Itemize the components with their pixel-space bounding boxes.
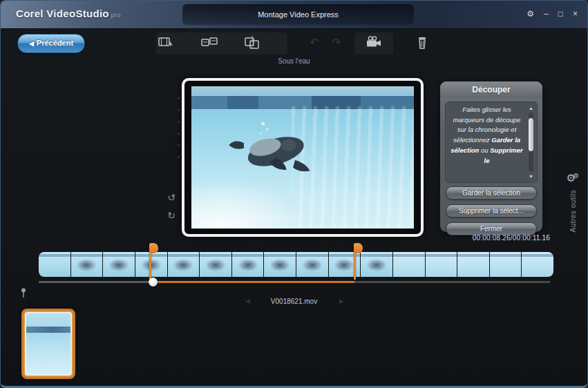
trim-panel-buttons: Garder la sélectionSupprimer la sélect..… (446, 186, 537, 235)
instruction-text-or: ou (479, 146, 490, 154)
filmstrip-frame[interactable] (426, 252, 457, 277)
back-button[interactable]: ◀Précédent (17, 34, 85, 53)
clip-thumbnail-image (25, 312, 72, 376)
filmstrip-frame[interactable] (296, 252, 328, 277)
titlebar: Corel VideoStudiopro Montage Video Expre… (1, 1, 587, 29)
thumbnail-waterline-graphic (26, 327, 70, 333)
trim-marker-end-flag[interactable] (354, 243, 363, 253)
trim-marker-end[interactable] (354, 244, 356, 280)
delete-selection-button[interactable]: Supprimer la sélect... (446, 204, 537, 217)
other-tools-label: Autres outils (569, 190, 577, 233)
filmstrip-frame[interactable] (103, 252, 135, 277)
close-button[interactable]: × (573, 8, 578, 20)
delete-clip-icon[interactable] (412, 35, 432, 52)
swimmer-graphic (222, 117, 330, 182)
filmstrip-frame[interactable] (522, 252, 553, 277)
trim-video-icon[interactable] (157, 35, 176, 52)
pin-icon[interactable] (19, 287, 28, 298)
filmstrip-frame[interactable] (39, 252, 70, 277)
scrubber-track-left[interactable] (39, 281, 152, 283)
undo-icon[interactable]: ↶ (305, 36, 324, 54)
redo-icon[interactable]: ↷ (327, 36, 346, 54)
filmstrip-frame[interactable] (264, 252, 296, 277)
scrubber-selection[interactable] (152, 281, 354, 283)
clip-title: Sous l'eau (1, 57, 587, 65)
filmstrip-frame[interactable] (490, 252, 522, 277)
app-window: Corel VideoStudiopro Montage Video Expre… (0, 0, 588, 388)
window-controls: ⚙ – □ × (527, 8, 578, 20)
preview-dots (178, 97, 180, 158)
mode-title: Montage Video Express (258, 10, 339, 19)
other-tools-button[interactable]: ⚙⚙ Autres outils (564, 172, 582, 235)
dot (178, 109, 180, 111)
trim-instructions: Faites glisser les marqueurs de découpe … (449, 105, 524, 181)
instruction-bold-delete: Supprimer le (484, 146, 523, 164)
rotate-left-icon[interactable]: ↺ (165, 191, 178, 204)
keep-selection-button[interactable]: Garder la sélection (446, 186, 537, 200)
export-camcorder-icon[interactable] (364, 35, 383, 52)
trim-panel: Découper Faites glisser les marqueurs de… (440, 81, 542, 232)
clip-filename: V0018621.mov (1, 298, 587, 305)
back-chevron-icon: ◀ (29, 40, 34, 47)
dot (178, 121, 180, 123)
instructions-scrollbar[interactable]: ▲ ▼ (527, 105, 535, 180)
trim-instructions-box: Faites glisser les marqueurs de découpe … (445, 101, 538, 183)
mode-tab: Montage Video Express (182, 4, 414, 25)
app-logo: Corel VideoStudiopro (16, 8, 121, 19)
filmstrip-frame[interactable] (232, 252, 264, 277)
dot (178, 97, 180, 99)
video-preview (191, 86, 414, 229)
filmstrip-frame[interactable] (361, 252, 392, 277)
scrubber-track-right[interactable] (354, 281, 550, 283)
filmstrip-frame[interactable] (457, 252, 489, 277)
filmstrip-frame[interactable] (71, 252, 103, 277)
trim-marker-start-flag[interactable] (149, 243, 158, 253)
settings-gear-icon[interactable]: ⚙ (527, 8, 534, 20)
scrollbar-track[interactable] (529, 113, 533, 172)
rotate-right-icon[interactable]: ↻ (165, 209, 178, 222)
froth-graphic (191, 176, 314, 229)
split-clip-icon[interactable] (243, 35, 263, 52)
gears-icon: ⚙⚙ (564, 172, 582, 184)
filmstrip (39, 252, 553, 277)
scrollbar-thumb[interactable] (529, 118, 533, 151)
back-label: Précédent (37, 39, 73, 47)
filmstrip-frame[interactable] (200, 252, 231, 277)
filmstrip-frame[interactable] (393, 252, 425, 277)
dot (178, 133, 180, 135)
batch-trim-icon[interactable] (200, 35, 219, 52)
app-name: Corel VideoStudio (16, 8, 109, 19)
filmstrip-frame[interactable] (168, 252, 200, 277)
dot (178, 144, 180, 146)
video-preview-frame (182, 78, 424, 237)
app-name-suffix: pro (111, 12, 121, 19)
dot (178, 156, 180, 158)
timecode-display: 00:00:08.26/00:00:11.16 (422, 234, 550, 242)
maximize-button[interactable]: □ (558, 8, 563, 20)
trim-panel-title: Découper (440, 81, 542, 98)
trim-marker-start[interactable] (149, 244, 151, 280)
playhead-handle[interactable] (149, 278, 158, 287)
scroll-down-icon[interactable]: ▼ (529, 173, 533, 180)
scroll-up-icon[interactable]: ▲ (529, 105, 533, 111)
selected-clip-thumbnail[interactable] (21, 309, 75, 379)
minimize-button[interactable]: – (544, 8, 549, 20)
